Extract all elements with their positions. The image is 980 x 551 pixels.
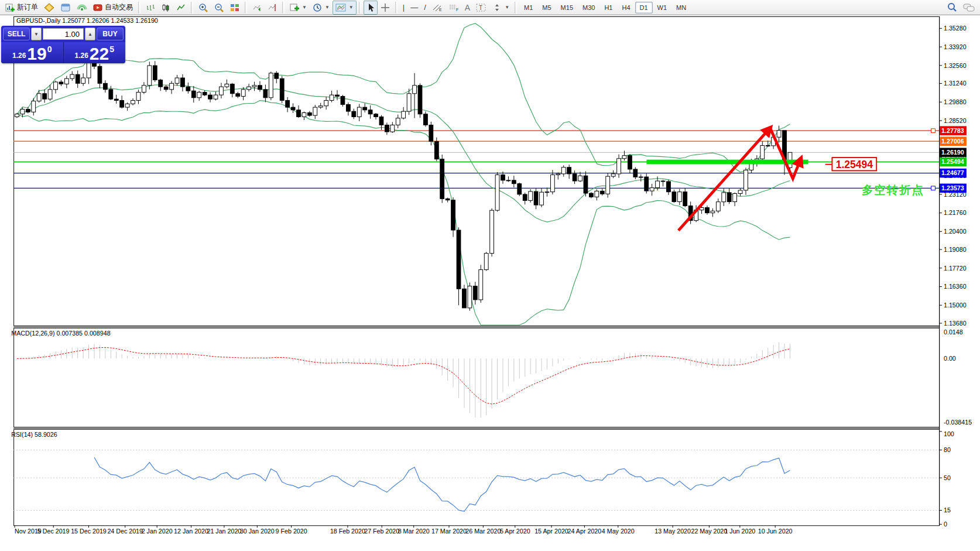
candle-body <box>600 191 604 194</box>
zoom-out-button[interactable] <box>211 1 227 15</box>
candle-body <box>628 156 632 169</box>
new-order-icon <box>5 3 15 12</box>
zoom-in-button[interactable] <box>196 1 211 15</box>
candle-body <box>705 208 710 213</box>
price-axis[interactable]: 1.352801.339201.325601.312401.298801.285… <box>939 16 972 528</box>
signals-button[interactable] <box>74 1 90 15</box>
candle-body <box>352 111 356 117</box>
dropdown-caret: ▼ <box>302 5 307 10</box>
candle-body <box>247 87 251 90</box>
date-tick: 26 Mar 2020 <box>465 528 501 535</box>
buy-price-prefix: 1.26 <box>74 52 88 60</box>
toolbar-separator <box>359 2 361 13</box>
candle-body <box>595 191 599 197</box>
horizontal-line-button[interactable]: — <box>407 1 421 15</box>
date-tick: 5 Apr 2020 <box>500 528 530 535</box>
timeframe-H1[interactable]: H1 <box>599 2 617 13</box>
date-axis[interactable]: Nov 20195 Dec 201915 Dec 201924 Dec 2019… <box>15 525 793 535</box>
candle-body <box>495 175 499 211</box>
candle-body <box>738 190 742 194</box>
candle-body <box>186 87 190 91</box>
svg-text:F: F <box>456 8 458 12</box>
text-button[interactable]: A <box>462 1 473 15</box>
vertical-line-button[interactable]: | <box>400 1 407 15</box>
dropdown-caret: ▼ <box>505 5 509 10</box>
candle-body <box>650 188 654 191</box>
search-button[interactable] <box>944 1 960 15</box>
dropdown-caret: ▼ <box>325 5 330 10</box>
candle-body <box>760 145 765 159</box>
fibonacci-button[interactable]: F <box>446 1 462 15</box>
candle-body <box>523 194 527 200</box>
price-tick: 1.17720 <box>944 265 967 272</box>
bar-chart-button[interactable] <box>143 1 158 15</box>
candle-body <box>434 141 438 159</box>
candle-body <box>136 92 141 100</box>
candle-body <box>385 125 389 132</box>
cursor-button[interactable] <box>364 1 378 15</box>
volume-down-button[interactable]: ▼ <box>31 28 42 40</box>
candle-body <box>468 286 472 308</box>
candle-body <box>275 73 279 78</box>
buy-button[interactable]: BUY <box>97 28 124 40</box>
timeframe-M1[interactable]: M1 <box>519 2 537 13</box>
price-badge-text: 1.23573 <box>941 184 964 191</box>
trendline-button[interactable]: / <box>421 1 429 15</box>
periods-button[interactable]: ▼ <box>310 1 333 15</box>
new-chart-button[interactable]: ▼ <box>287 1 310 15</box>
chart-window: 1.352801.339201.325601.312401.298801.285… <box>0 15 980 551</box>
price-tick: 1.35280 <box>944 25 967 32</box>
terminal-button[interactable] <box>57 1 74 15</box>
sell-price[interactable]: 1.26 19 0 <box>1 42 64 63</box>
autotrading-button[interactable]: 自动交易 <box>90 1 136 15</box>
templates-button[interactable]: ▼ <box>333 1 357 15</box>
candle-body <box>545 192 549 193</box>
date-tick: 1 Jun 2020 <box>724 528 755 535</box>
auto-scroll-button[interactable] <box>249 1 265 15</box>
candle-body <box>633 169 638 177</box>
candle-body <box>473 286 477 300</box>
terminal-icon <box>60 3 71 12</box>
candle-body <box>446 199 450 200</box>
new-order-button[interactable]: 新订单 <box>2 1 41 15</box>
text-label-button[interactable]: T <box>473 1 489 15</box>
timeframe-M15[interactable]: M15 <box>556 2 578 13</box>
candle-body <box>462 289 467 308</box>
candle-body <box>230 84 234 93</box>
candle-body <box>214 95 218 99</box>
timeframe-H4[interactable]: H4 <box>617 2 635 13</box>
candlestick-chart-button[interactable] <box>158 1 173 15</box>
sell-button[interactable]: SELL <box>3 28 30 40</box>
crosshair-button[interactable] <box>378 1 393 15</box>
timeframe-D1[interactable]: D1 <box>635 2 653 13</box>
candle-body <box>131 100 135 104</box>
chart-svg[interactable]: 1.352801.339201.325601.312401.298801.285… <box>0 15 980 551</box>
tile-windows-button[interactable] <box>227 1 242 15</box>
date-tick: 10 Jun 2020 <box>758 528 793 535</box>
chat-button[interactable] <box>960 1 978 15</box>
candle-body <box>43 94 47 99</box>
volume-input[interactable]: 1.00 <box>43 28 84 40</box>
date-tick: 17 Mar 2020 <box>431 528 467 535</box>
timeframe-M30[interactable]: M30 <box>578 2 599 13</box>
timeframe-W1[interactable]: W1 <box>653 2 672 13</box>
line-chart-button[interactable] <box>173 1 189 15</box>
candlestick-icon <box>161 3 170 12</box>
candle-body <box>269 73 273 98</box>
volume-up-button[interactable]: ▲ <box>85 28 95 40</box>
arrows-button[interactable]: ▼ <box>489 1 512 15</box>
date-tick: 22 May 2020 <box>691 528 727 535</box>
timeframe-M5[interactable]: M5 <box>537 2 556 13</box>
candle-body <box>286 100 290 107</box>
candle-body <box>241 90 245 97</box>
chart-shift-button[interactable] <box>265 1 280 15</box>
candle-body <box>220 87 224 95</box>
timeframe-MN[interactable]: MN <box>671 2 691 13</box>
macd-panel <box>17 343 790 417</box>
gold-button[interactable] <box>41 1 57 15</box>
timeframe-group: M1M5M15M30H1H4D1W1MN <box>519 2 691 13</box>
channel-button[interactable]: E <box>429 1 446 15</box>
date-tick: 5 Dec 2019 <box>37 528 70 535</box>
buy-price[interactable]: 1.26 22 5 <box>64 42 126 63</box>
sell-price-sup: 0 <box>47 45 52 54</box>
